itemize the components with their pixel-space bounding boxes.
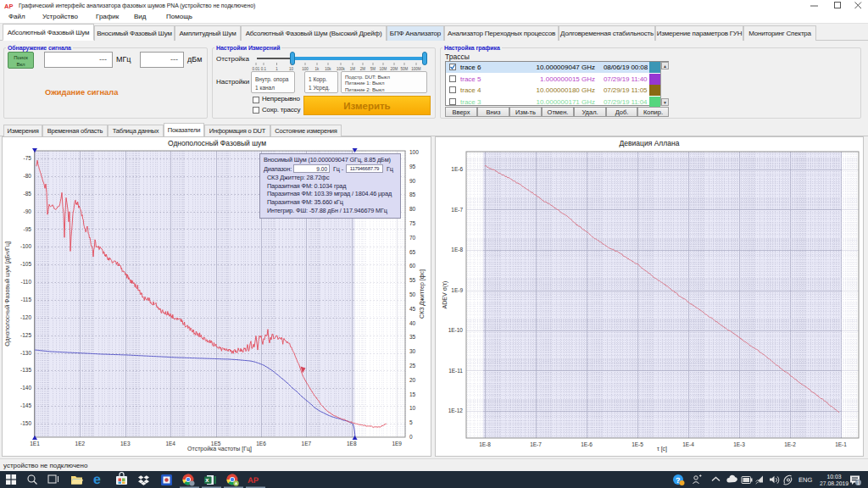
- svg-text:1E-6: 1E-6: [581, 441, 593, 447]
- svg-text:-135: -135: [20, 367, 31, 373]
- svg-text:65: 65: [409, 249, 416, 255]
- svg-text:70: 70: [409, 235, 416, 241]
- svg-text:1E9: 1E9: [392, 441, 402, 446]
- svg-text:1E1: 1E1: [30, 441, 40, 446]
- svg-text:1E3: 1E3: [120, 441, 131, 446]
- svg-text:1E-5: 1E-5: [632, 441, 643, 447]
- svg-text:1E-1: 1E-1: [835, 441, 847, 447]
- svg-text:Отстройка частоты [Гц]: Отстройка частоты [Гц]: [187, 446, 252, 452]
- svg-text:1E-9: 1E-9: [451, 287, 463, 293]
- svg-text:1E-12: 1E-12: [448, 408, 464, 413]
- svg-text:75: 75: [409, 220, 416, 226]
- svg-text:1E6: 1E6: [256, 441, 266, 446]
- svg-text:-105: -105: [20, 261, 31, 267]
- svg-text:1E-3: 1E-3: [733, 441, 745, 447]
- svg-text:1E-8: 1E-8: [451, 247, 463, 252]
- svg-text:1E8: 1E8: [347, 441, 357, 446]
- svg-text:-90: -90: [24, 208, 32, 214]
- svg-text:-150: -150: [20, 420, 31, 426]
- svg-text:90: 90: [409, 178, 416, 184]
- svg-text:1E-4: 1E-4: [682, 441, 694, 447]
- svg-text:1E4: 1E4: [165, 441, 175, 446]
- svg-text:100: 100: [409, 149, 419, 155]
- svg-text:ENG: ENG: [798, 476, 812, 484]
- svg-text:35: 35: [409, 334, 416, 340]
- svg-text:-115: -115: [20, 297, 31, 302]
- svg-text:-110: -110: [20, 279, 31, 285]
- svg-text:20: 20: [409, 377, 416, 383]
- svg-text:-125: -125: [20, 332, 31, 338]
- svg-text:45: 45: [409, 306, 416, 312]
- svg-text:1E-2: 1E-2: [784, 441, 796, 447]
- svg-text:10:03: 10:03: [826, 474, 841, 480]
- svg-text:-145: -145: [20, 402, 31, 408]
- svg-text:-120: -120: [20, 314, 31, 320]
- svg-text:1E-11: 1E-11: [448, 368, 463, 374]
- svg-text:95: 95: [409, 164, 416, 169]
- svg-text:15: 15: [409, 391, 416, 397]
- svg-text:0: 0: [409, 434, 413, 440]
- svg-text:τ [с]: τ [с]: [657, 446, 667, 452]
- svg-text:1: 1: [857, 480, 860, 486]
- svg-text:60: 60: [409, 263, 416, 269]
- svg-text:50: 50: [409, 291, 416, 297]
- svg-text:1E-7: 1E-7: [451, 207, 463, 213]
- svg-text:1E-6: 1E-6: [451, 166, 463, 172]
- svg-text:10: 10: [409, 405, 416, 411]
- svg-text:25: 25: [409, 363, 416, 369]
- svg-text:AP: AP: [248, 476, 259, 485]
- svg-text:1E-8: 1E-8: [479, 441, 491, 447]
- svg-text:-140: -140: [20, 385, 31, 391]
- svg-text:1E2: 1E2: [75, 441, 86, 446]
- svg-text:-95: -95: [24, 226, 32, 232]
- svg-text:ADEV σ(τ): ADEV σ(τ): [442, 281, 448, 309]
- svg-text:-100: -100: [20, 243, 31, 249]
- svg-text:85: 85: [409, 191, 416, 197]
- svg-text:27.08.2019: 27.08.2019: [820, 481, 849, 487]
- svg-text:30: 30: [409, 348, 416, 354]
- svg-text:e: e: [93, 473, 101, 487]
- svg-text:-75: -75: [24, 155, 32, 161]
- svg-text:1E-7: 1E-7: [530, 441, 542, 447]
- svg-text:-85: -85: [24, 191, 32, 197]
- svg-text:5: 5: [409, 419, 413, 425]
- svg-text:СКЗ Джиттер [фс]: СКЗ Джиттер [фс]: [419, 269, 426, 319]
- svg-text:80: 80: [409, 206, 416, 212]
- svg-text:55: 55: [409, 277, 416, 283]
- svg-text:-80: -80: [24, 173, 32, 179]
- svg-text:1E-10: 1E-10: [448, 327, 464, 333]
- svg-text:Однополосный Фазовый шум [дБн/: Однополосный Фазовый шум [дБн/Гц]: [4, 241, 11, 347]
- svg-text:1E7: 1E7: [302, 441, 312, 446]
- svg-text:40: 40: [409, 320, 416, 326]
- svg-text:-130: -130: [20, 350, 31, 356]
